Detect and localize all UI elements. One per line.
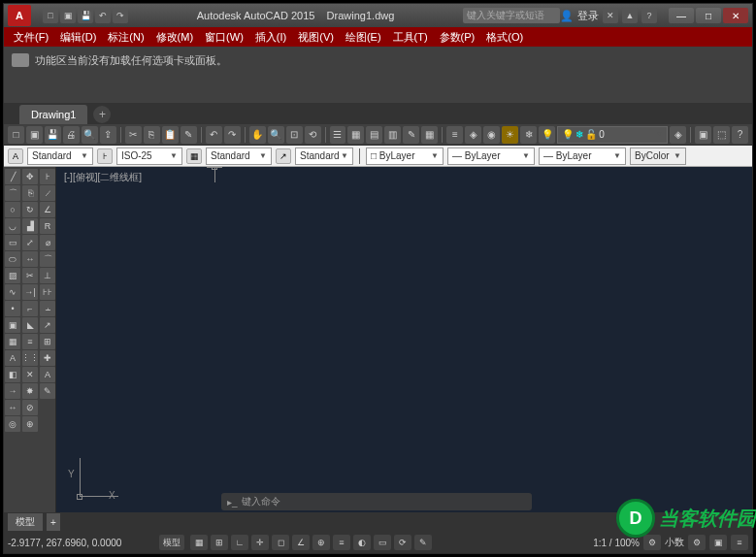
polyline-icon[interactable]: ⌒: [5, 185, 20, 201]
tb-sheetset-icon[interactable]: ▥: [384, 126, 401, 144]
tb-save-icon[interactable]: 💾: [45, 126, 61, 144]
maximize-button[interactable]: □: [696, 8, 721, 23]
menu-annotate[interactable]: 标注(N): [102, 27, 149, 47]
menu-draw[interactable]: 绘图(E): [340, 27, 387, 47]
qat-new-icon[interactable]: □: [43, 8, 58, 23]
tb-undo-icon[interactable]: ↶: [206, 126, 222, 144]
dimstyle-dropdown[interactable]: ISO-25▼: [116, 147, 182, 165]
dimedit-icon[interactable]: ✎: [40, 383, 55, 399]
transparency-toggle-icon[interactable]: ◐: [353, 535, 371, 550]
otrack-toggle-icon[interactable]: ∠: [292, 535, 310, 550]
line-icon[interactable]: ╱: [5, 169, 20, 184]
menu-modify[interactable]: 修改(M): [150, 27, 200, 47]
array-icon[interactable]: ⋮⋮: [22, 350, 38, 366]
leader-icon[interactable]: ↗: [40, 317, 55, 333]
circle-icon[interactable]: ○: [5, 202, 20, 217]
tolerance-icon[interactable]: ⊞: [40, 334, 55, 349]
tb-calc-icon[interactable]: ▦: [421, 126, 438, 144]
move-icon[interactable]: ✥: [22, 169, 38, 184]
tb-block-icon[interactable]: ▣: [695, 126, 711, 144]
tb-toolpalette-icon[interactable]: ▤: [366, 126, 382, 144]
tb-copy-icon[interactable]: ⎘: [144, 126, 160, 144]
tb-preview-icon[interactable]: 🔍: [82, 126, 98, 144]
tb-zoom-icon[interactable]: 🔍: [268, 126, 284, 144]
tb-designcenter-icon[interactable]: ▦: [347, 126, 364, 144]
erase-icon[interactable]: ✕: [22, 367, 38, 382]
dimstyle-icon[interactable]: ⊦: [97, 148, 113, 164]
tablestyle-dropdown[interactable]: Standard▼: [206, 147, 272, 165]
close-button[interactable]: ✕: [723, 8, 748, 23]
snap-toggle-icon[interactable]: ⊞: [211, 535, 228, 550]
block-icon[interactable]: ▣: [5, 317, 20, 333]
tb-layer-icon[interactable]: ≡: [446, 126, 463, 144]
app-menu-button[interactable]: A: [8, 5, 31, 26]
hatch-icon[interactable]: ▨: [5, 268, 20, 283]
tablestyle-icon[interactable]: ▦: [186, 148, 202, 164]
lwt-toggle-icon[interactable]: ≡: [333, 535, 350, 550]
dimangular-icon[interactable]: ∠: [40, 202, 55, 217]
am-toggle-icon[interactable]: ✎: [414, 535, 432, 550]
menu-view[interactable]: 视图(V): [292, 27, 340, 47]
tb-new-icon[interactable]: □: [8, 126, 24, 144]
minimize-button[interactable]: —: [669, 8, 694, 23]
mtext-icon[interactable]: A: [5, 350, 20, 366]
mirror-icon[interactable]: ▟: [22, 218, 38, 234]
autodesk360-icon[interactable]: ▲: [622, 8, 638, 23]
ortho-toggle-icon[interactable]: ∟: [231, 535, 248, 550]
xline-icon[interactable]: ↔: [5, 400, 20, 415]
break-icon[interactable]: ⊘: [22, 400, 38, 415]
coordinates-display[interactable]: -2.9177, 267.6960, 0.0000: [8, 538, 153, 548]
layout-tab-model[interactable]: 模型: [8, 513, 43, 531]
qat-redo-icon[interactable]: ↷: [113, 8, 128, 23]
offset-icon[interactable]: ≡: [22, 334, 38, 349]
dimaligned-icon[interactable]: ⟋: [40, 185, 55, 201]
dimcontinue-icon[interactable]: ⊦⊦: [40, 284, 55, 300]
donut-icon[interactable]: ◎: [5, 416, 20, 432]
arc-icon[interactable]: ◡: [5, 218, 20, 234]
exchange-icon[interactable]: ✕: [603, 8, 618, 23]
mleaderstyle-icon[interactable]: ↗: [276, 148, 291, 164]
tb-zoomwin-icon[interactable]: ⊡: [286, 126, 303, 144]
tb-paste-icon[interactable]: 📋: [162, 126, 179, 144]
region-icon[interactable]: ◧: [5, 367, 20, 382]
command-line[interactable]: ▸_ 键入命令: [221, 493, 532, 510]
color-dropdown[interactable]: □ ByLayer▼: [366, 147, 444, 165]
textstyle-icon[interactable]: A: [8, 148, 23, 164]
layout-tab-add[interactable]: +: [47, 513, 60, 531]
login-button[interactable]: 👤 登录: [560, 9, 599, 23]
tb-pan-icon[interactable]: ✋: [249, 126, 266, 144]
help-icon[interactable]: ?: [641, 8, 657, 23]
tb-layerfreeze-icon[interactable]: ❄: [520, 126, 537, 144]
rotate-icon[interactable]: ↻: [22, 202, 38, 217]
lineweight-dropdown[interactable]: — ByLayer▼: [539, 147, 626, 165]
menu-param[interactable]: 参数(P): [434, 27, 481, 47]
dimtext-icon[interactable]: A: [40, 367, 55, 382]
tb-redo-icon[interactable]: ↷: [224, 126, 241, 144]
menu-format[interactable]: 格式(O): [480, 27, 529, 47]
units-display[interactable]: 小数: [665, 536, 684, 549]
model-space-button[interactable]: 模型: [159, 535, 184, 550]
tb-layerstate-icon[interactable]: ◈: [465, 126, 481, 144]
tb-open-icon[interactable]: ▣: [26, 126, 43, 144]
dyn-toggle-icon[interactable]: ⊕: [312, 535, 330, 550]
tb-match-icon[interactable]: ✎: [181, 126, 197, 144]
dimordinate-icon[interactable]: ⊥: [40, 268, 55, 283]
plotstyle-dropdown[interactable]: ByColor▼: [630, 147, 686, 165]
layer-dropdown[interactable]: 💡❄🔓0 ▼: [557, 126, 668, 144]
spline-icon[interactable]: ∿: [5, 284, 20, 300]
point-icon[interactable]: •: [5, 301, 20, 316]
menu-edit[interactable]: 编辑(D): [54, 27, 102, 47]
linetype-dropdown[interactable]: — ByLayer▼: [447, 147, 535, 165]
join-icon[interactable]: ⊕: [22, 416, 38, 432]
qat-save-icon[interactable]: 💾: [78, 8, 93, 23]
qat-open-icon[interactable]: ▣: [60, 8, 76, 23]
drawing-canvas[interactable]: [-][俯视][二维线框] Y X ▸_ 键入命令: [56, 167, 752, 512]
dimlinear-icon[interactable]: ⊦: [40, 169, 55, 184]
ellipse-icon[interactable]: ⬭: [5, 251, 20, 267]
copy-icon[interactable]: ⎘: [22, 185, 38, 201]
tb-print-icon[interactable]: 🖨: [63, 126, 80, 144]
tb-cut-icon[interactable]: ✂: [125, 126, 142, 144]
menu-insert[interactable]: 插入(I): [249, 27, 292, 47]
mleaderstyle-dropdown[interactable]: Standard▼: [295, 147, 353, 165]
explode-icon[interactable]: ✸: [22, 383, 38, 399]
